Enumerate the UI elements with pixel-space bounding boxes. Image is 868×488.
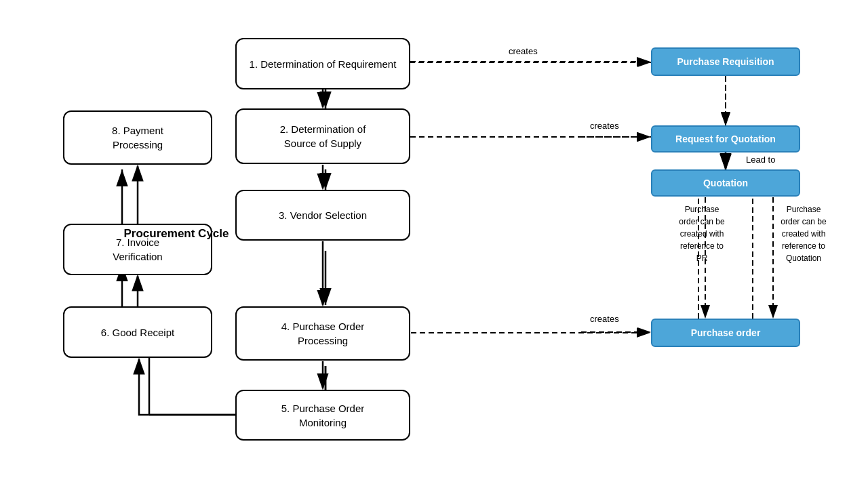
box-determination-source: 2. Determination ofSource of Supply: [235, 108, 410, 164]
label-creates-1: creates: [509, 46, 538, 56]
label-pr-ref: Purchaseorder can becreated withreferenc…: [665, 203, 739, 264]
label-creates-3: creates: [590, 314, 619, 324]
diagram-container: 1. Determination of Requirement 2. Deter…: [0, 0, 868, 488]
diagram-title: Procurement Cycle: [108, 227, 244, 241]
box-good-receipt: 6. Good Receipt: [63, 306, 212, 358]
box-quotation: Quotation: [651, 169, 800, 197]
box-determination-req: 1. Determination of Requirement: [235, 38, 410, 89]
label-quot-ref: Purchaseorder can becreated withreferenc…: [760, 203, 848, 264]
box-request-for-quotation: Request for Quotation: [651, 125, 800, 152]
box-vendor-selection: 3. Vendor Selection: [235, 190, 410, 241]
box-po-monitoring: 5. Purchase OrderMonitoring: [235, 390, 410, 441]
box-purchase-order: Purchase order: [651, 319, 800, 347]
box-payment-processing: 8. PaymentProcessing: [63, 110, 212, 165]
label-creates-2: creates: [590, 121, 619, 131]
label-lead-to: Lead to: [746, 155, 775, 165]
box-po-processing: 4. Purchase OrderProcessing: [235, 306, 410, 361]
box-purchase-requisition: Purchase Requisition: [651, 47, 800, 76]
